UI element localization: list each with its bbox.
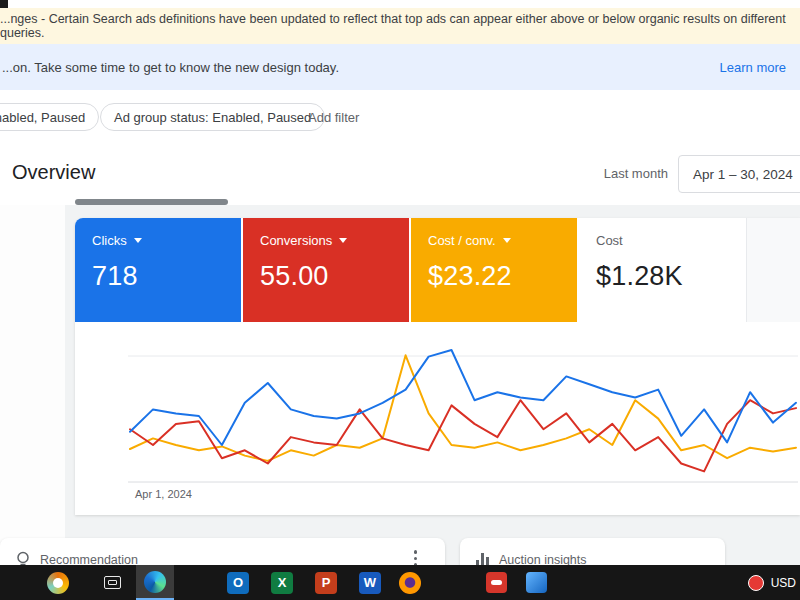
update-notice-text: ...nges - Certain Search ads definitions… [0,12,800,40]
new-design-banner: ...on. Take some time to get to know the… [0,44,800,90]
taskbar-firefox-button[interactable] [398,571,422,595]
google-ads-overview-screen: ...nges - Certain Search ads definitions… [0,0,800,600]
campaign-status-filter-label: ...nabled, Paused [0,110,85,125]
metric-label-cost-per-conv: Cost / conv. [428,233,496,248]
update-notice-banner: ...nges - Certain Search ads definitions… [0,8,800,44]
taskbar-profile-button[interactable] [46,571,70,595]
auction-insights-card[interactable]: Auction insights [460,538,725,565]
window-corner [0,0,8,8]
recommendation-card-title: Recommendation [40,553,138,565]
recommendation-card[interactable]: Recommendation [0,538,445,565]
caret-down-icon [339,238,347,243]
trend-line-chart [128,336,798,488]
excel-icon: X [271,572,293,594]
firefox-icon [399,572,421,594]
campaign-status-filter-chip[interactable]: ...nabled, Paused [0,103,99,131]
metric-card-cost[interactable]: Cost $1.28K [579,218,745,322]
task-view-button[interactable] [100,571,124,595]
metric-card-conversions[interactable]: Conversions 55.00 [243,218,409,322]
content-area: Clicks 718 Conversions 55.00 Cost / conv… [0,205,800,565]
outlook-icon: O [227,572,249,594]
page-title: Overview [12,161,95,184]
auction-insights-card-title: Auction insights [499,553,587,565]
new-design-text: ...on. Take some time to get to know the… [2,60,339,75]
metric-value-clicks: 718 [92,261,224,292]
metric-card-clicks[interactable]: Clicks 718 [75,218,241,322]
metric-value-cost: $1.28K [596,261,728,292]
left-gutter [0,205,65,565]
metric-label-clicks: Clicks [92,233,127,248]
tray-currency-icon [748,575,764,591]
adgroup-status-filter-label: Ad group status: Enabled, Paused [114,110,311,125]
filter-bar: ...nabled, Paused Ad group status: Enabl… [0,90,800,143]
lightbulb-icon [16,551,30,565]
taskbar-excel-button[interactable]: X [270,571,294,595]
adgroup-status-filter-chip[interactable]: Ad group status: Enabled, Paused [100,103,325,131]
trend-series-cost-conv- [130,355,796,461]
taskbar-red-app-button[interactable] [484,571,508,595]
taskbar-edge-button[interactable] [136,565,174,600]
add-filter-button[interactable]: Add filter [308,103,359,131]
metric-row-filler [746,218,800,322]
metric-card-row: Clicks 718 Conversions 55.00 Cost / conv… [75,218,745,322]
metric-value-conversions: 55.00 [260,261,392,292]
taskbar-powerpoint-button[interactable]: P [314,571,338,595]
powerpoint-icon: P [315,572,337,594]
taskbar-outlook-button[interactable]: O [226,571,250,595]
overflow-menu-icon[interactable] [412,548,420,565]
system-tray[interactable]: USD [748,565,796,600]
x-axis-start-label: Apr 1, 2024 [135,488,192,500]
taskbar-word-button[interactable]: W [358,571,382,595]
metric-label-cost: Cost [596,233,623,248]
red-app-icon [486,572,507,593]
metric-value-cost-per-conv: $23.22 [428,261,560,292]
caret-down-icon [503,238,511,243]
trend-series-conversions [130,400,796,471]
overview-panel: Clicks 718 Conversions 55.00 Cost / conv… [75,218,800,515]
blue-app-icon [526,572,547,593]
windows-taskbar: O X P W USD [0,565,800,600]
caret-down-icon [134,238,142,243]
trend-series-clicks [130,350,796,445]
date-range-value: Apr 1 – 30, 2024 [693,167,793,182]
period-label[interactable]: Last month [604,166,668,181]
word-icon: W [359,572,381,594]
page-header: Overview Last month Apr 1 – 30, 2024 [0,143,800,205]
edge-icon [144,571,166,593]
metric-card-cost-per-conv[interactable]: Cost / conv. $23.22 [411,218,577,322]
metric-label-conversions: Conversions [260,233,332,248]
taskbar-blue-app-button[interactable] [524,571,548,595]
browser-profile-icon [47,572,69,594]
learn-more-link[interactable]: Learn more [720,60,786,75]
task-view-icon [104,576,121,589]
horizontal-scrollbar-thumb[interactable] [75,199,228,205]
bar-chart-icon [476,553,489,565]
date-range-picker[interactable]: Apr 1 – 30, 2024 [678,155,800,193]
tray-currency-label: USD [771,576,796,590]
